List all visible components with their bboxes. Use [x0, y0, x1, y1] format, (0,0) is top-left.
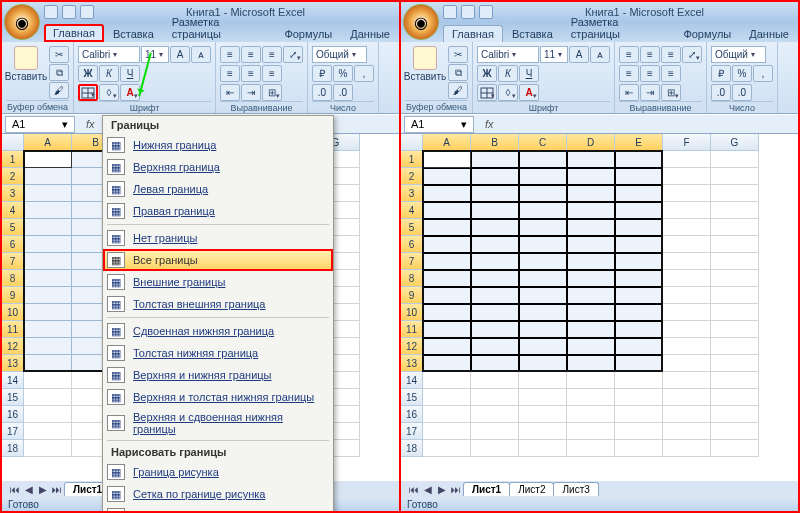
- borders-option-thick[interactable]: ▦Толстая внешняя граница: [103, 293, 333, 315]
- cell[interactable]: [663, 389, 711, 406]
- row-header[interactable]: 18: [401, 440, 423, 457]
- col-header[interactable]: C: [519, 134, 567, 151]
- format-painter-icon[interactable]: 🖌: [448, 82, 468, 99]
- align-middle-icon[interactable]: ≡: [640, 46, 660, 63]
- cell[interactable]: [711, 389, 759, 406]
- decrease-indent-icon[interactable]: ⇤: [220, 84, 240, 101]
- number-format-combo[interactable]: Общий: [312, 46, 367, 63]
- row-header[interactable]: 6: [401, 236, 423, 253]
- borders-option-tb[interactable]: ▦Верхняя и нижняя границы: [103, 364, 333, 386]
- cell[interactable]: [663, 423, 711, 440]
- align-center-icon[interactable]: ≡: [241, 65, 261, 82]
- cell[interactable]: [471, 185, 519, 202]
- cell[interactable]: [423, 304, 471, 321]
- row-header[interactable]: 16: [2, 406, 24, 423]
- cell[interactable]: [663, 321, 711, 338]
- cell[interactable]: [567, 185, 615, 202]
- row-header[interactable]: 1: [2, 151, 24, 168]
- cell[interactable]: [24, 236, 72, 253]
- row-header[interactable]: 10: [401, 304, 423, 321]
- row-header[interactable]: 9: [2, 287, 24, 304]
- cell[interactable]: [615, 219, 663, 236]
- tab-nav-first[interactable]: ⏮: [8, 484, 22, 495]
- cell[interactable]: [471, 321, 519, 338]
- cell[interactable]: [471, 338, 519, 355]
- row-header[interactable]: 18: [2, 440, 24, 457]
- cell[interactable]: [423, 406, 471, 423]
- cell[interactable]: [567, 406, 615, 423]
- borders-option-all[interactable]: ▦Все границы: [103, 249, 333, 271]
- row-header[interactable]: 8: [2, 270, 24, 287]
- cell[interactable]: [24, 355, 72, 372]
- cell[interactable]: [663, 151, 711, 168]
- row-header[interactable]: 5: [2, 219, 24, 236]
- tab-nav-prev[interactable]: ◀: [421, 484, 435, 495]
- cell[interactable]: [567, 423, 615, 440]
- tab-page-layout[interactable]: Разметка страницы: [562, 13, 675, 42]
- increase-indent-icon[interactable]: ⇥: [241, 84, 261, 101]
- cell[interactable]: [711, 270, 759, 287]
- row-header[interactable]: 13: [2, 355, 24, 372]
- cell[interactable]: [711, 168, 759, 185]
- cell[interactable]: [471, 389, 519, 406]
- cell[interactable]: [519, 389, 567, 406]
- increase-indent-icon[interactable]: ⇥: [640, 84, 660, 101]
- percent-icon[interactable]: %: [333, 65, 353, 82]
- row-header[interactable]: 4: [401, 202, 423, 219]
- cut-icon[interactable]: ✂: [448, 46, 468, 63]
- tab-nav-prev[interactable]: ◀: [22, 484, 36, 495]
- cell[interactable]: [663, 202, 711, 219]
- percent-icon[interactable]: %: [732, 65, 752, 82]
- row-header[interactable]: 2: [401, 168, 423, 185]
- cell[interactable]: [567, 168, 615, 185]
- cell[interactable]: [711, 321, 759, 338]
- cell[interactable]: [663, 270, 711, 287]
- cell[interactable]: [423, 321, 471, 338]
- col-header[interactable]: F: [663, 134, 711, 151]
- row-header[interactable]: 3: [401, 185, 423, 202]
- orientation-icon[interactable]: ⤢: [283, 46, 303, 63]
- align-bottom-icon[interactable]: ≡: [262, 46, 282, 63]
- cell[interactable]: [24, 440, 72, 457]
- cell[interactable]: [471, 219, 519, 236]
- cell[interactable]: [519, 219, 567, 236]
- borders-option-left[interactable]: ▦Левая граница: [103, 178, 333, 200]
- font-size-combo[interactable]: 11: [141, 46, 169, 63]
- cell[interactable]: [519, 151, 567, 168]
- cell[interactable]: [711, 372, 759, 389]
- cell[interactable]: [471, 253, 519, 270]
- row-header[interactable]: 14: [2, 372, 24, 389]
- cell[interactable]: [24, 185, 72, 202]
- undo-icon[interactable]: [461, 5, 475, 19]
- cell[interactable]: [24, 287, 72, 304]
- cell[interactable]: [615, 406, 663, 423]
- cell[interactable]: [519, 202, 567, 219]
- cell[interactable]: [711, 355, 759, 372]
- cell[interactable]: [663, 406, 711, 423]
- redo-icon[interactable]: [479, 5, 493, 19]
- grow-font-icon[interactable]: A: [170, 46, 190, 63]
- cell[interactable]: [567, 253, 615, 270]
- cell[interactable]: [711, 338, 759, 355]
- borders-button[interactable]: [78, 84, 98, 101]
- borders-option-t-thb[interactable]: ▦Верхняя и толстая нижняя границы: [103, 386, 333, 408]
- cell[interactable]: [711, 440, 759, 457]
- cell[interactable]: [663, 185, 711, 202]
- cell[interactable]: [663, 253, 711, 270]
- cell[interactable]: [663, 219, 711, 236]
- cell[interactable]: [615, 270, 663, 287]
- col-header[interactable]: D: [567, 134, 615, 151]
- tab-insert[interactable]: Вставка: [503, 25, 562, 42]
- cell[interactable]: [519, 372, 567, 389]
- borders-option-out[interactable]: ▦Внешние границы: [103, 271, 333, 293]
- cell[interactable]: [711, 253, 759, 270]
- row-header[interactable]: 12: [401, 338, 423, 355]
- cell[interactable]: [471, 168, 519, 185]
- col-header[interactable]: A: [423, 134, 471, 151]
- merge-button[interactable]: ⊞: [262, 84, 282, 101]
- cell[interactable]: [423, 355, 471, 372]
- cell[interactable]: [471, 423, 519, 440]
- name-box[interactable]: A1▾: [404, 116, 474, 133]
- cell[interactable]: [615, 372, 663, 389]
- cell[interactable]: [519, 423, 567, 440]
